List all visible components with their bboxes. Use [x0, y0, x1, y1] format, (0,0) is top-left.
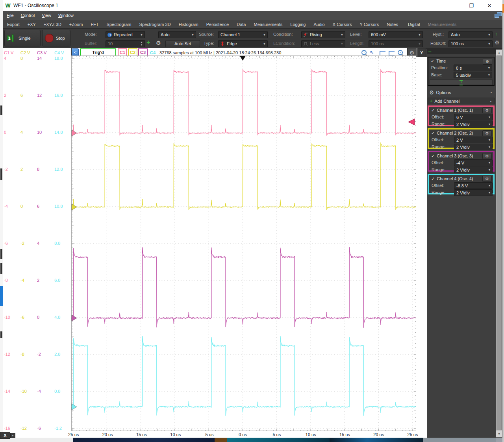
viewbar-xyz3d[interactable]: +XYZ 3D	[40, 22, 65, 27]
auto-set-button[interactable]: Auto Set	[165, 40, 200, 47]
type-dropdown[interactable]: Edge▼	[218, 40, 268, 47]
viewbar-persistence[interactable]: Persistence	[202, 22, 233, 27]
titlebar[interactable]: W WF1 - Oscilloscope 1 – ❐ ✕	[3, 0, 502, 11]
channel-1-offset-marker[interactable]	[72, 130, 77, 136]
scrollbar-thumb[interactable]	[497, 55, 502, 430]
offset-dropdown[interactable]: 6 V▼	[454, 114, 493, 120]
viewbar-zoom[interactable]: +Zoom	[65, 22, 87, 27]
range-dropdown[interactable]: 2 V/div▼	[454, 166, 493, 173]
viewbar-export[interactable]: Export	[3, 22, 24, 27]
range-dropdown[interactable]: 2 V/div▼	[454, 121, 493, 128]
scroll-down-icon[interactable]: ▼	[496, 431, 502, 437]
stop-button[interactable]: Stop	[42, 30, 70, 46]
channel-gear-icon[interactable]: ⚙	[482, 153, 492, 159]
minimize-button[interactable]: –	[444, 0, 462, 11]
channel-check-icon[interactable]: ✓	[431, 176, 435, 181]
mode-dropdown[interactable]: H Repeated▼	[106, 31, 145, 38]
x-axis-button[interactable]: X	[0, 432, 10, 439]
base-value: 5 us/div	[454, 73, 486, 78]
trigger-auto-dropdown[interactable]: Auto▼	[158, 31, 196, 38]
zoom-fit-icon[interactable]: +	[397, 50, 405, 56]
channel-check-icon[interactable]: ✓	[431, 108, 435, 113]
viewbar-fft[interactable]: FFT	[87, 22, 102, 27]
viewbar-logging[interactable]: Logging	[286, 22, 309, 27]
channel-check-icon[interactable]: ✓	[431, 131, 435, 136]
oscilloscope-plot[interactable]	[71, 55, 416, 431]
viewbar-audio[interactable]: Audio	[309, 22, 328, 27]
collapse-panel-icon[interactable]: ‒	[428, 48, 431, 54]
position-dropdown[interactable]: 0 s▼	[454, 65, 492, 71]
channel-4-offset-marker[interactable]	[72, 404, 77, 410]
condition-label: Condition:	[273, 32, 293, 37]
trigger-up-arrow-icon[interactable]: ↑	[495, 31, 498, 37]
time-check-icon[interactable]: ✓	[431, 59, 434, 64]
y-tick-label: 0.8	[54, 389, 60, 394]
x-axis-dropdown-arrow[interactable]: ▼	[10, 433, 15, 438]
single-button[interactable]: 1 Single	[4, 30, 41, 46]
wallpaper-segment	[330, 438, 423, 442]
time-gear-icon[interactable]: ⚙	[483, 59, 492, 65]
viewbar-ycursors[interactable]: Y Cursors	[356, 22, 383, 27]
level-dropdown[interactable]: 600 mV▼	[369, 31, 423, 38]
menu-control[interactable]: Control	[17, 11, 38, 20]
maximize-button[interactable]: ❐	[462, 0, 480, 11]
menu-file[interactable]: File	[3, 11, 17, 20]
trigger-gear-icon[interactable]: ⚙	[495, 39, 500, 46]
holdoff-dropdown[interactable]: 100 ns▼	[448, 40, 493, 47]
channel-gear-icon[interactable]: ⚙	[482, 107, 492, 113]
run-position-indicator	[430, 80, 493, 85]
trigger-level-marker[interactable]	[408, 119, 415, 125]
panel-scrollbar[interactable]: ▲ ▼	[496, 50, 502, 437]
x-measure-tool-icon[interactable]	[379, 50, 387, 56]
add-button[interactable]: +	[146, 39, 150, 46]
menu-view[interactable]: View	[38, 11, 55, 20]
viewbar-xcursors[interactable]: X Cursors	[329, 22, 356, 27]
cascade-windows-icon[interactable]	[495, 12, 502, 18]
source-dropdown[interactable]: Channel 1▼	[218, 31, 268, 38]
scroll-up-icon[interactable]: ▲	[496, 50, 502, 55]
options-row[interactable]: ⚙ Options ▼	[428, 89, 495, 96]
channel4-tag[interactable]: C4	[150, 50, 156, 55]
channel-3-offset-marker[interactable]	[72, 315, 77, 321]
x-tick-label: -5 us	[204, 432, 213, 437]
length-dropdown[interactable]: 100 ns▼	[369, 40, 423, 47]
range-value: 2 V/div	[454, 190, 487, 195]
y-tick-label: 2.8	[54, 352, 60, 357]
menu-window[interactable]: Window	[55, 11, 77, 20]
offset-dropdown[interactable]: -4 V▼	[454, 159, 493, 166]
viewbar-measurements[interactable]: Measurements	[250, 22, 287, 27]
lcondition-dropdown[interactable]: Less▼	[301, 40, 345, 47]
viewbar-spectrogram[interactable]: Spectrogram	[103, 22, 135, 27]
y-measure-tool-icon[interactable]	[388, 50, 396, 56]
channel-2-offset-marker[interactable]	[72, 204, 77, 210]
viewbar-spectrogram3d[interactable]: Spectrogram 3D	[135, 22, 175, 27]
close-button[interactable]: ✕	[480, 0, 498, 11]
offset-dropdown[interactable]: 2 V▼	[454, 137, 493, 143]
trigger-position-marker[interactable]	[240, 56, 246, 61]
y-tick-label: -2	[20, 241, 24, 246]
viewbar-notes[interactable]: Notes	[383, 22, 402, 27]
condition-dropdown[interactable]: Rising▼	[301, 31, 345, 38]
y-axis-button[interactable]: Y	[417, 48, 426, 57]
channel-gear-icon[interactable]: ⚙	[482, 130, 492, 136]
hyst-dropdown[interactable]: Auto▼	[448, 31, 493, 38]
y-tick-label: 12	[37, 93, 42, 98]
viewbar-digital[interactable]: Digital	[404, 22, 424, 27]
base-dropdown[interactable]: 5 us/div▼	[454, 72, 492, 78]
offset-dropdown[interactable]: -8.8 V▼	[454, 182, 493, 189]
y-tick-label: 12.8	[54, 167, 63, 172]
range-dropdown[interactable]: 2 V/div▼	[454, 144, 493, 150]
buffer-spinner[interactable]: 10 ▲▼	[106, 40, 145, 47]
viewbar-xy[interactable]: +XY	[24, 22, 40, 27]
add-channel-row[interactable]: + Add Channel ▼	[428, 98, 495, 104]
channel-gear-icon[interactable]: ⚙	[482, 176, 492, 182]
channel-check-icon[interactable]: ✓	[431, 153, 435, 159]
viewbar-histogram[interactable]: Histogram	[175, 22, 202, 27]
zoom-tool-icon[interactable]: 1	[361, 50, 369, 56]
offset-label: Offset:	[432, 115, 444, 119]
range-dropdown[interactable]: 2 V/div▼	[454, 189, 493, 196]
spinner-arrows-icon[interactable]: ▲▼	[139, 41, 145, 46]
pointer-tool-icon[interactable]: ↖	[370, 50, 378, 56]
viewbar-data[interactable]: Data	[233, 22, 250, 27]
buffer-gear-icon[interactable]: ⚙	[156, 40, 161, 46]
